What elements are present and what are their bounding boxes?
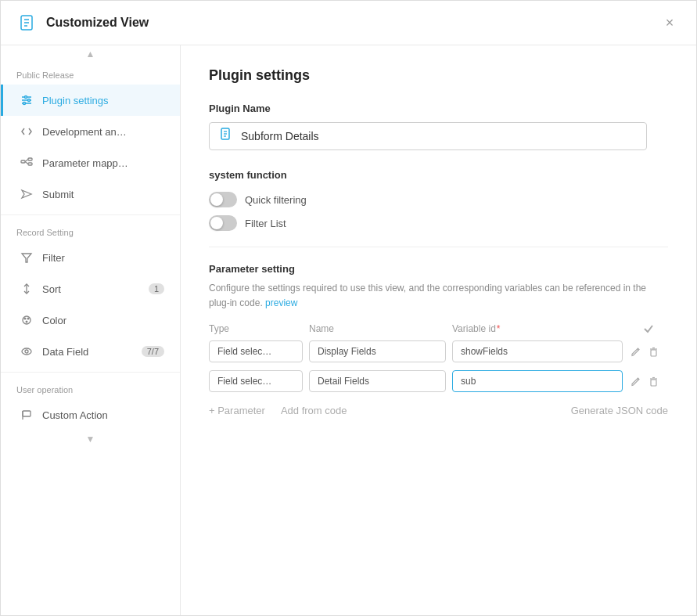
document-icon (219, 128, 233, 145)
sidebar-item-data-field[interactable]: Data Field 7/7 (1, 336, 180, 367)
customized-view-modal: Customized View × ▲ Public Release (0, 0, 697, 616)
param-1-name[interactable] (309, 370, 446, 392)
sliders-icon (19, 92, 34, 108)
param-0-actions (629, 345, 668, 358)
sidebar-item-label-parameter-mapping: Parameter mapp… (42, 157, 164, 169)
svg-line-33 (638, 349, 639, 351)
flag-icon (19, 407, 34, 423)
svg-marker-18 (22, 190, 31, 198)
param-footer: + Parameter Add from code Generate JSON … (209, 405, 668, 416)
sidebar-item-development[interactable]: Development an… (1, 116, 180, 147)
col-name-label: Name (309, 323, 446, 334)
filter-icon (19, 250, 34, 265)
svg-point-26 (25, 350, 28, 353)
sidebar-item-label-color: Color (42, 315, 164, 326)
svg-line-17 (25, 162, 28, 164)
sidebar-divider-1 (1, 214, 180, 215)
close-button[interactable]: × (659, 12, 681, 34)
sidebar-item-plugin-settings[interactable]: Plugin settings (1, 85, 180, 116)
section-title: Plugin settings (209, 67, 668, 84)
sidebar-item-label-filter: Filter (42, 252, 164, 264)
param-0-type[interactable]: Field selec… (209, 340, 303, 362)
sidebar-section-user-operation: User operation (1, 377, 180, 399)
svg-point-12 (23, 103, 26, 105)
preview-link[interactable]: preview (265, 297, 297, 308)
sidebar-item-label-data-field: Data Field (42, 346, 142, 358)
svg-rect-38 (651, 380, 656, 386)
sidebar-item-custom-action[interactable]: Custom Action (1, 399, 180, 430)
svg-line-37 (638, 379, 639, 380)
mapping-icon (19, 155, 34, 171)
col-type-label: Type (209, 323, 303, 334)
sidebar: ▲ Public Release (1, 45, 181, 615)
param-row-0: Field selec… (209, 340, 668, 362)
sidebar-item-sort[interactable]: Sort 1 (1, 273, 180, 304)
modal-header-icon (16, 12, 38, 34)
col-check-label (629, 323, 668, 334)
sidebar-item-submit[interactable]: Submit (1, 178, 180, 210)
param-1-variable-id[interactable] (452, 370, 623, 392)
param-0-edit-button[interactable] (629, 345, 642, 358)
sidebar-item-parameter-mapping[interactable]: Parameter mapp… (1, 147, 180, 178)
svg-point-25 (22, 348, 31, 355)
plugin-name-input-wrapper[interactable]: Subform Details (209, 122, 647, 150)
svg-point-9 (28, 99, 31, 102)
param-0-variable-id[interactable] (452, 340, 623, 362)
sidebar-item-label-plugin-settings: Plugin settings (42, 95, 164, 106)
svg-rect-13 (21, 160, 25, 163)
modal-title: Customized View (46, 16, 659, 30)
color-icon (19, 312, 34, 328)
param-row-1: Field selec… (209, 370, 668, 392)
scroll-up-arrow[interactable]: ▲ (1, 45, 180, 63)
code-icon (19, 124, 34, 139)
section-divider (209, 247, 668, 247)
filter-list-toggle[interactable] (209, 215, 237, 231)
param-1-delete-button[interactable] (647, 375, 660, 388)
sidebar-section-public-release: Public Release (1, 63, 180, 85)
modal-header: Customized View × (1, 1, 696, 45)
submit-icon (19, 186, 34, 202)
param-1-type[interactable]: Field selec… (209, 370, 303, 392)
sidebar-item-color[interactable]: Color (1, 304, 180, 336)
svg-point-6 (25, 96, 27, 99)
quick-filtering-row: Quick filtering (209, 192, 668, 207)
svg-point-24 (26, 321, 28, 323)
parameter-setting-label: Parameter setting (209, 263, 668, 275)
svg-point-22 (24, 318, 27, 320)
parameter-description: Configure the settings required to use t… (209, 281, 668, 311)
param-1-actions (629, 375, 668, 388)
param-0-name[interactable] (309, 340, 446, 362)
svg-marker-19 (22, 254, 31, 262)
sidebar-section-record-setting: Record Setting (1, 220, 180, 242)
col-variable-id-label: Variable id (452, 323, 623, 334)
data-field-badge: 7/7 (142, 346, 164, 357)
sidebar-item-label-development: Development an… (42, 126, 164, 138)
add-parameter-button[interactable]: + Parameter (209, 405, 265, 416)
svg-rect-15 (28, 163, 32, 165)
sidebar-item-filter[interactable]: Filter (1, 242, 180, 273)
svg-line-16 (25, 160, 28, 162)
main-content: Plugin settings Plugin Name Subform Deta… (181, 45, 696, 615)
param-0-delete-button[interactable] (647, 345, 660, 358)
scroll-down-arrow[interactable]: ▼ (1, 430, 180, 448)
modal-body: ▲ Public Release (1, 45, 696, 615)
svg-rect-27 (23, 411, 31, 416)
plugin-name-value: Subform Details (241, 130, 637, 142)
svg-point-23 (27, 318, 30, 320)
param-1-edit-button[interactable] (629, 375, 642, 388)
sort-badge: 1 (149, 283, 164, 294)
generate-json-button[interactable]: Generate JSON code (571, 405, 668, 416)
sidebar-divider-2 (1, 372, 180, 373)
sort-icon (19, 281, 34, 297)
sidebar-item-label-sort: Sort (42, 283, 149, 295)
plugin-name-label: Plugin Name (209, 103, 668, 114)
sidebar-item-label-submit: Submit (42, 189, 164, 200)
add-from-code-button[interactable]: Add from code (281, 405, 347, 416)
svg-rect-14 (28, 158, 32, 160)
quick-filtering-label: Quick filtering (245, 194, 307, 206)
system-function-label: system function (209, 169, 668, 181)
filter-list-label: Filter List (245, 218, 286, 229)
svg-rect-34 (651, 350, 656, 356)
quick-filtering-toggle[interactable] (209, 192, 237, 207)
sidebar-item-label-custom-action: Custom Action (42, 409, 164, 421)
